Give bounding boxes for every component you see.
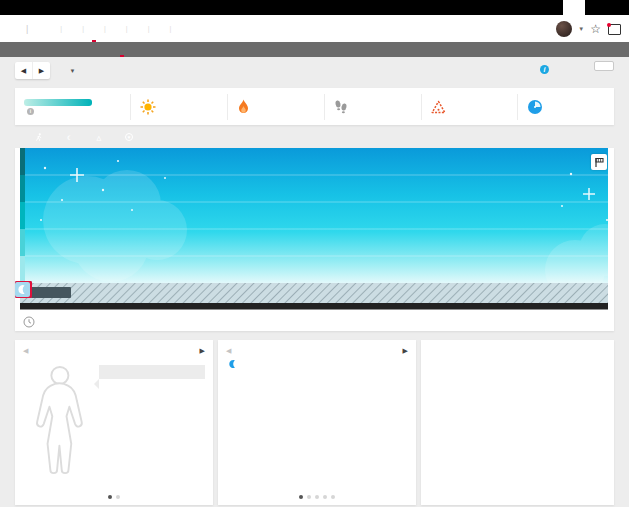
stat-active-time	[130, 94, 227, 120]
polar-flow-activity-page: | | | | | | | ▼ ☆	[0, 0, 629, 507]
moon-icon	[228, 359, 238, 369]
moon-icon: ☾	[67, 134, 72, 141]
info-icon[interactable]: i	[27, 108, 34, 115]
heart-icon: ♥	[125, 133, 133, 141]
filter-pill-sleep[interactable]: ☾	[56, 131, 80, 143]
sleep-legend	[218, 357, 416, 371]
steps-icon	[334, 98, 348, 115]
nav-sep: |	[169, 25, 171, 32]
daily-summary-bar: i	[15, 88, 614, 125]
clock-icon	[23, 316, 35, 328]
benefit-legend	[99, 387, 205, 411]
filter-pill-sessions[interactable]	[23, 130, 51, 144]
card-pagination	[218, 495, 416, 499]
chevron-down-icon[interactable]: ▼	[578, 26, 584, 32]
card-pagination	[15, 495, 213, 499]
prev-day-button[interactable]: ◀	[15, 62, 33, 79]
sleep-clock-icon	[527, 99, 543, 115]
triangle-icon: △	[96, 134, 101, 141]
info-icon: i	[540, 65, 549, 74]
pagination-dot[interactable]	[299, 495, 303, 499]
sun-icon	[140, 99, 156, 115]
hr-day-chart[interactable]	[15, 148, 614, 314]
nav-sep: |	[104, 25, 106, 32]
legend-dot-promotes	[99, 396, 105, 402]
main-nav: | | | | | | | ▼ ☆	[0, 15, 629, 42]
favorite-star-icon[interactable]: ☆	[590, 23, 601, 35]
pagination-dot[interactable]	[331, 495, 335, 499]
topbar-tab-polar-com[interactable]	[607, 0, 629, 15]
date-nav-arrows: ◀▶	[15, 62, 50, 79]
nav-user-area: ▼ ☆	[550, 21, 629, 37]
filter-row: ☾ △ ♥	[15, 130, 614, 144]
stat-steps	[324, 94, 421, 120]
topbar-tab-polar-flow[interactable]	[563, 0, 585, 15]
pagination-dot[interactable]	[116, 495, 120, 499]
runner-icon	[34, 133, 43, 142]
nav-sep: |	[126, 25, 128, 32]
pagination-dot[interactable]	[108, 495, 112, 499]
body-figure	[21, 359, 99, 483]
card-prev-arrow[interactable]: ◀	[23, 347, 28, 355]
sleep-card: ◀ ▶	[218, 340, 416, 505]
filter-pill-continuous-heart-rate[interactable]: ♥	[114, 131, 141, 144]
stat-activity-goal: i	[15, 94, 130, 120]
sleep-start-moon-icon[interactable]	[15, 282, 30, 297]
notification-flag-icon[interactable]	[607, 23, 621, 35]
diary-subnav	[0, 42, 629, 57]
stat-inactivity-stamps	[421, 94, 518, 120]
pagination-dot[interactable]	[307, 495, 311, 499]
card-prev-arrow[interactable]: ◀	[226, 347, 231, 355]
card-next-arrow[interactable]: ▶	[403, 347, 408, 355]
sleep-trend-chart	[222, 371, 412, 463]
activity-zone-strip	[20, 148, 25, 283]
health-benefits-card: ◀ ▶	[15, 340, 213, 505]
activity-score-chart	[425, 353, 610, 471]
nav-sep: |	[60, 25, 62, 32]
nav-items: | | | | | |	[48, 15, 179, 42]
nav-item-community[interactable]	[136, 15, 140, 42]
activity-goal-progress-bar	[24, 99, 92, 106]
nav-divider: |	[26, 24, 28, 34]
nav-item-explore[interactable]	[70, 15, 74, 42]
about-continuous-hr-link[interactable]: i	[540, 65, 552, 74]
filter-pill-inactivity-stamps[interactable]: △	[85, 131, 109, 143]
nav-item-diary[interactable]	[92, 15, 96, 42]
top-bar	[0, 0, 629, 15]
hr-time-axis	[15, 314, 614, 331]
nav-sep: |	[148, 25, 150, 32]
next-day-button[interactable]: ▶	[33, 62, 50, 79]
nav-item-feed[interactable]	[48, 15, 52, 42]
not-worn-hatch	[20, 283, 608, 303]
finish-flag-icon[interactable]	[591, 154, 607, 170]
flame-icon	[237, 99, 250, 115]
inactivity-triangle-icon	[431, 100, 446, 114]
card-next-arrow[interactable]: ▶	[200, 347, 205, 355]
nav-sep: |	[82, 25, 84, 32]
avatar[interactable]	[556, 21, 572, 37]
activity-score-card	[421, 340, 614, 505]
stat-sleep-time	[517, 94, 614, 120]
not-worn-label	[27, 287, 71, 298]
timeline-bar	[20, 303, 608, 310]
stat-total-calories	[227, 94, 324, 120]
date-row: ◀▶ ▼ i	[15, 61, 614, 83]
legend-dot-helps	[99, 387, 105, 393]
nav-item-progress[interactable]	[114, 15, 118, 42]
continuous-heart-rate-chart-card[interactable]	[15, 148, 614, 331]
today-button[interactable]	[594, 61, 614, 71]
legend-dot-strongly-improves	[99, 405, 105, 411]
pagination-dot[interactable]	[315, 495, 319, 499]
benefit-tooltip	[99, 365, 205, 379]
nav-item-programs[interactable]	[157, 15, 161, 42]
pagination-dot[interactable]	[323, 495, 327, 499]
date-dropdown-caret[interactable]: ▼	[69, 68, 75, 74]
topbar-tab-updates[interactable]	[585, 0, 607, 15]
